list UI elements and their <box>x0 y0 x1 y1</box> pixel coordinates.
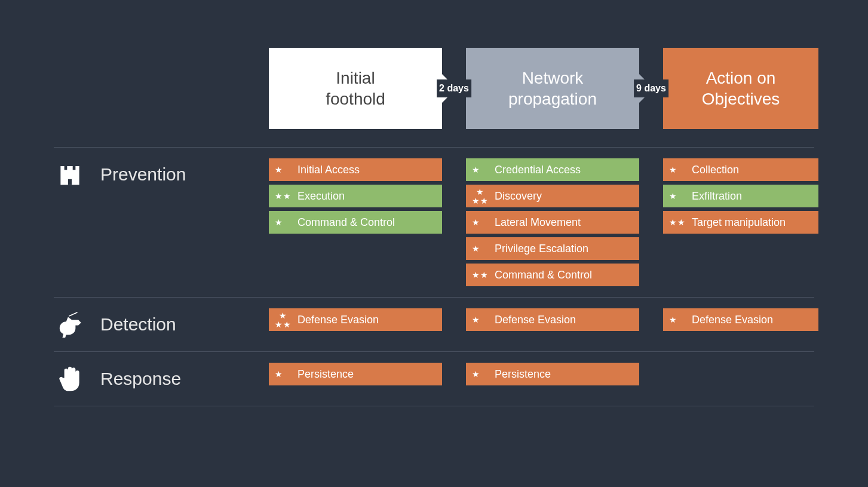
phase-network-propagation: Networkpropagation <box>466 48 639 129</box>
technique-pill: ★Persistence <box>466 363 639 385</box>
star-icon: ★ <box>275 192 283 200</box>
star-rating: ★ <box>472 370 489 378</box>
star-icon: ★ <box>283 192 291 200</box>
star-rating: ★ <box>472 218 489 226</box>
star-icon: ★ <box>669 316 677 324</box>
section-header: Detection <box>54 308 269 341</box>
star-icon: ★ <box>669 192 677 200</box>
phase-label: Initialfoothold <box>326 68 385 109</box>
phase-header-row: Initialfoothold 2 days Networkpropagatio… <box>54 48 814 129</box>
technique-label: Lateral Movement <box>495 216 581 229</box>
star-icon: ★ <box>275 218 283 226</box>
technique-label: Discovery <box>495 190 542 203</box>
section-header: Response <box>54 363 269 395</box>
star-icon: ★ <box>476 188 489 196</box>
star-rating: ★ <box>275 218 292 226</box>
technique-pill: ★Credential Access <box>466 158 639 181</box>
star-rating: ★★ <box>669 218 686 226</box>
diagram-root: Initialfoothold 2 days Networkpropagatio… <box>0 0 868 430</box>
phase-label: Action onObjectives <box>702 68 780 109</box>
star-icon: ★ <box>279 311 292 320</box>
technique-label: Exfiltration <box>692 190 742 203</box>
star-icon: ★ <box>677 218 685 226</box>
technique-label: Execution <box>297 190 345 203</box>
technique-pill: ★Defense Evasion <box>663 308 818 331</box>
star-icon: ★ <box>472 316 480 324</box>
prevention-col-initial: ★Initial Access★★Execution★Command & Con… <box>269 158 442 234</box>
technique-pill: ★Command & Control <box>269 211 442 234</box>
technique-label: Persistence <box>297 368 354 381</box>
star-rating: ★ <box>472 166 489 174</box>
section-response: Response ★Persistence ★Persistence <box>54 352 814 406</box>
dog-icon <box>54 308 86 341</box>
star-icon: ★ <box>472 197 480 205</box>
star-icon: ★ <box>275 370 283 378</box>
svg-line-1 <box>69 313 77 316</box>
technique-pill: ★Lateral Movement <box>466 211 639 234</box>
technique-pill: ★Exfiltration <box>663 185 818 207</box>
technique-pill: ★★★Defense Evasion <box>269 308 442 331</box>
star-rating: ★ <box>669 192 686 200</box>
star-icon: ★ <box>472 244 480 253</box>
technique-pill: ★Defense Evasion <box>466 308 639 331</box>
section-prevention: Prevention ★Initial Access★★Execution★Co… <box>54 148 814 297</box>
phase-gap-2: 9 days <box>639 48 663 129</box>
technique-pill: ★Privilege Escalation <box>466 237 639 260</box>
technique-label: Defense Evasion <box>495 314 576 326</box>
star-icon: ★ <box>669 166 677 174</box>
response-col-initial: ★Persistence <box>269 363 442 385</box>
star-icon: ★ <box>283 320 291 329</box>
divider <box>54 406 814 406</box>
technique-label: Defense Evasion <box>297 314 379 326</box>
star-rating: ★ <box>275 370 292 378</box>
section-title: Response <box>100 369 181 389</box>
technique-label: Defense Evasion <box>692 314 773 326</box>
response-col-network: ★Persistence <box>466 363 639 385</box>
star-icon: ★ <box>480 197 488 205</box>
section-title: Prevention <box>100 164 186 185</box>
phase-initial-foothold: Initialfoothold <box>269 48 442 129</box>
star-rating: ★★★ <box>275 311 292 329</box>
hand-icon <box>54 363 86 395</box>
star-icon: ★ <box>275 320 283 329</box>
technique-label: Command & Control <box>495 269 592 281</box>
technique-pill: ★Collection <box>663 158 818 181</box>
star-icon: ★ <box>480 271 488 279</box>
technique-label: Initial Access <box>297 164 360 176</box>
star-rating: ★ <box>472 316 489 324</box>
star-icon: ★ <box>472 370 480 378</box>
star-rating: ★ <box>669 316 686 324</box>
star-rating: ★★★ <box>472 188 489 205</box>
star-icon: ★ <box>472 271 480 279</box>
star-icon: ★ <box>275 166 283 174</box>
technique-label: Privilege Escalation <box>495 243 588 255</box>
star-icon: ★ <box>472 218 480 226</box>
detection-col-network: ★Defense Evasion <box>466 308 639 331</box>
castle-icon <box>54 158 86 191</box>
phase-gap-label: 9 days <box>634 79 668 97</box>
technique-pill: ★★Command & Control <box>466 264 639 286</box>
svg-rect-0 <box>68 179 72 185</box>
detection-col-action: ★Defense Evasion <box>663 308 818 331</box>
technique-pill: ★★★Discovery <box>466 185 639 207</box>
technique-label: Persistence <box>495 368 551 381</box>
star-rating: ★★ <box>472 271 489 279</box>
detection-col-initial: ★★★Defense Evasion <box>269 308 442 331</box>
star-rating: ★ <box>275 166 292 174</box>
technique-label: Target manipulation <box>692 216 786 229</box>
phase-gap-1: 2 days <box>442 48 466 129</box>
phase-gap-label: 2 days <box>437 79 471 97</box>
phase-label: Networkpropagation <box>508 68 597 109</box>
star-rating: ★ <box>669 166 686 174</box>
technique-label: Command & Control <box>297 216 395 229</box>
technique-label: Collection <box>692 164 739 176</box>
star-icon: ★ <box>472 166 480 174</box>
star-rating: ★★ <box>275 192 292 200</box>
section-title: Detection <box>100 314 176 335</box>
prevention-col-network: ★Credential Access★★★Discovery★Lateral M… <box>466 158 639 286</box>
star-icon: ★ <box>669 218 677 226</box>
technique-pill: ★★Target manipulation <box>663 211 818 234</box>
prevention-col-action: ★Collection★Exfiltration★★Target manipul… <box>663 158 818 234</box>
phase-action-on-objectives: Action onObjectives <box>663 48 818 129</box>
technique-pill: ★Initial Access <box>269 158 442 181</box>
